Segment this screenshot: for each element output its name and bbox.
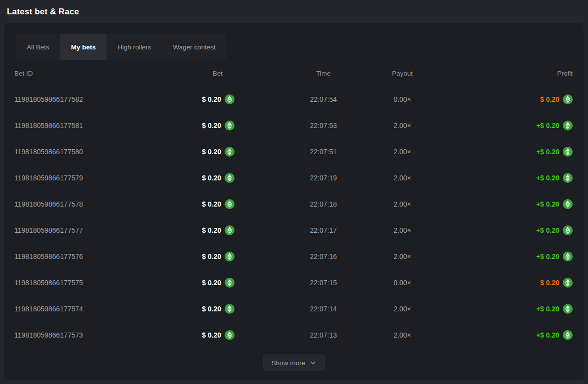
- ethereum-coin-icon: [225, 252, 235, 261]
- bet-profit: +$ 0.20: [536, 148, 559, 156]
- ethereum-coin-icon: [563, 147, 573, 157]
- table-row: 119818059866177577$ 0.2022:07:172.00×+$ …: [4, 217, 584, 243]
- table-row: 119818059866177574$ 0.2022:07:142.00×+$ …: [4, 296, 584, 322]
- ethereum-coin-icon: [225, 94, 235, 104]
- bet-time: 22:07:18: [274, 200, 373, 208]
- ethereum-coin-icon: [225, 225, 235, 235]
- tab-wager-contest[interactable]: Wager contest: [162, 34, 227, 60]
- bet-payout: 0.00×: [373, 279, 432, 287]
- bet-id-link[interactable]: 119818059866177582: [14, 95, 138, 103]
- bet-time: 22:07:14: [274, 305, 373, 313]
- tab-all-bets[interactable]: All Bets: [16, 34, 60, 60]
- bet-payout: 2.00×: [373, 174, 432, 182]
- bet-amount: $ 0.20: [202, 253, 221, 260]
- ethereum-coin-icon: [563, 278, 573, 288]
- bet-time: 22:07:17: [274, 226, 373, 234]
- bet-payout: 2.00×: [373, 331, 432, 339]
- ethereum-coin-icon: [225, 330, 235, 340]
- bet-amount: $ 0.20: [202, 200, 221, 208]
- bet-profit: +$ 0.20: [536, 122, 559, 129]
- table-header-row: Bet ID Bet Time Payout Profit: [4, 60, 584, 86]
- column-header-time: Time: [274, 70, 373, 77]
- table-row: 119818059866177575$ 0.2022:07:150.00×$ 0…: [4, 269, 584, 296]
- bet-profit: +$ 0.20: [536, 226, 559, 234]
- ethereum-coin-icon: [225, 147, 235, 157]
- ethereum-coin-icon: [225, 304, 235, 314]
- bet-amount: $ 0.20: [202, 95, 221, 103]
- bet-payout: 0.00×: [373, 95, 432, 103]
- bet-id-link[interactable]: 119818059866177576: [14, 253, 138, 260]
- tab-high-rollers[interactable]: High rollers: [107, 34, 162, 60]
- bet-amount: $ 0.20: [202, 122, 221, 129]
- ethereum-coin-icon: [563, 225, 573, 235]
- bet-id-link[interactable]: 119818059866177580: [14, 148, 138, 156]
- ethereum-coin-icon: [225, 173, 235, 183]
- table-row: 119818059866177580$ 0.2022:07:512.00×+$ …: [4, 138, 584, 165]
- ethereum-coin-icon: [563, 304, 573, 314]
- bet-time: 22:07:51: [274, 148, 373, 156]
- bet-id-link[interactable]: 119818059866177577: [14, 226, 138, 234]
- show-more-label: Show more: [272, 359, 305, 367]
- section-titlebar: Latest bet & Race: [0, 0, 588, 23]
- table-row: 119818059866177582$ 0.2022:07:540.00×$ 0…: [4, 86, 584, 112]
- bet-payout: 2.00×: [373, 226, 432, 234]
- bet-id-link[interactable]: 119818059866177579: [14, 174, 138, 182]
- bet-profit: $ 0.20: [540, 279, 559, 287]
- table-row: 119818059866177576$ 0.2022:07:162.00×+$ …: [4, 243, 584, 269]
- bet-profit: +$ 0.20: [536, 305, 559, 313]
- ethereum-coin-icon: [225, 278, 235, 288]
- column-header-payout: Payout: [373, 70, 432, 77]
- bet-payout: 2.00×: [373, 253, 432, 260]
- bet-amount: $ 0.20: [202, 148, 221, 156]
- bet-profit: +$ 0.20: [536, 200, 559, 208]
- bet-id-link[interactable]: 119818059866177581: [14, 122, 138, 129]
- bet-id-link[interactable]: 119818059866177578: [14, 200, 138, 208]
- ethereum-coin-icon: [225, 121, 235, 130]
- bet-id-link[interactable]: 119818059866177574: [14, 305, 138, 313]
- ethereum-coin-icon: [563, 173, 573, 183]
- bet-profit: $ 0.20: [540, 95, 559, 103]
- ethereum-coin-icon: [563, 252, 573, 261]
- bet-time: 22:07:53: [274, 122, 373, 129]
- bet-payout: 2.00×: [373, 148, 432, 156]
- ethereum-coin-icon: [563, 199, 573, 209]
- ethereum-coin-icon: [563, 330, 573, 340]
- bets-table-body: 119818059866177582$ 0.2022:07:540.00×$ 0…: [4, 86, 584, 348]
- bet-payout: 2.00×: [373, 122, 432, 129]
- show-more-container: Show more: [4, 354, 584, 371]
- bet-amount: $ 0.20: [202, 174, 221, 182]
- table-row: 119818059866177578$ 0.2022:07:182.00×+$ …: [4, 191, 584, 217]
- latest-bets-panel: All BetsMy betsHigh rollersWager contest…: [4, 23, 584, 380]
- bet-time: 22:07:13: [274, 331, 373, 339]
- bet-amount: $ 0.20: [202, 279, 221, 287]
- ethereum-coin-icon: [563, 121, 573, 130]
- bet-profit: +$ 0.20: [536, 253, 559, 260]
- bet-amount: $ 0.20: [202, 331, 221, 339]
- bet-amount: $ 0.20: [202, 226, 221, 234]
- ethereum-coin-icon: [225, 199, 235, 209]
- page-title: Latest bet & Race: [7, 7, 79, 17]
- table-row: 119818059866177581$ 0.2022:07:532.00×+$ …: [4, 112, 584, 138]
- bet-id-link[interactable]: 119818059866177573: [14, 331, 138, 339]
- bet-profit: +$ 0.20: [536, 331, 559, 339]
- tab-my-bets[interactable]: My bets: [60, 34, 107, 60]
- table-row: 119818059866177573$ 0.2022:07:132.00×+$ …: [4, 322, 584, 348]
- chevron-down-icon: [310, 359, 316, 366]
- bet-time: 22:07:54: [274, 95, 373, 103]
- bet-time: 22:07:15: [274, 279, 373, 287]
- column-header-bet: Bet: [138, 70, 235, 77]
- bet-amount: $ 0.20: [202, 305, 221, 313]
- bet-time: 22:07:19: [274, 174, 373, 182]
- bet-id-link[interactable]: 119818059866177575: [14, 279, 138, 287]
- bets-tab-bar: All BetsMy betsHigh rollersWager contest: [16, 34, 227, 60]
- bet-time: 22:07:16: [274, 253, 373, 260]
- table-row: 119818059866177579$ 0.2022:07:192.00×+$ …: [4, 165, 584, 191]
- column-header-bet-id: Bet ID: [14, 70, 138, 77]
- bet-payout: 2.00×: [373, 200, 432, 208]
- column-header-profit: Profit: [432, 70, 573, 77]
- show-more-button[interactable]: Show more: [263, 354, 325, 371]
- ethereum-coin-icon: [563, 94, 573, 104]
- bet-profit: +$ 0.20: [536, 174, 559, 182]
- bet-payout: 2.00×: [373, 305, 432, 313]
